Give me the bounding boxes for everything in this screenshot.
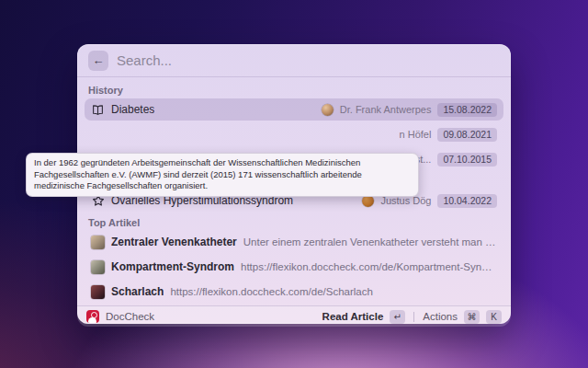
back-button[interactable]: ← <box>88 51 108 71</box>
article-title: Scharlach <box>111 285 164 298</box>
article-item-scharlach[interactable]: Scharlach https://flexikon.doccheck.com/… <box>85 281 503 303</box>
section-history: History <box>88 85 500 96</box>
search-input[interactable] <box>117 52 500 68</box>
enter-key-icon: ↵ <box>390 310 405 324</box>
book-icon <box>91 104 105 116</box>
tooltip: In der 1962 gegründeten Arbeitsgemeinsch… <box>26 153 419 197</box>
footer-bar: DocCheck Read Article ↵ Actions ⌘ K <box>77 305 511 327</box>
article-thumbnail <box>91 260 105 274</box>
doccheck-logo-icon <box>86 310 99 323</box>
read-article-action[interactable]: Read Article <box>322 311 384 322</box>
article-url: https://flexikon.doccheck.com/de/Kompart… <box>241 261 497 272</box>
date-badge: 10.04.2022 <box>437 194 497 208</box>
actions-menu-button[interactable]: Actions <box>423 311 458 322</box>
article-item-venenkatheter[interactable]: Zentraler Venenkatheter Unter einem zent… <box>85 231 503 253</box>
article-item-kompartment[interactable]: Kompartment-Syndrom https://flexikon.doc… <box>85 256 503 278</box>
item-author: n Höfel <box>400 129 432 140</box>
cmd-key-icon: ⌘ <box>464 310 480 324</box>
section-top-artikel: Top Artikel <box>88 217 500 228</box>
article-thumbnail <box>91 236 105 249</box>
item-author: Dr. Frank Antwerpes <box>340 104 432 115</box>
k-key-icon: K <box>486 310 502 324</box>
article-thumbnail <box>91 285 105 299</box>
article-description: Unter einem zentralen Venenkatheter vers… <box>243 236 497 247</box>
search-bar: ← <box>77 44 511 77</box>
date-badge: 09.08.2021 <box>437 128 497 142</box>
author-avatar <box>322 104 334 116</box>
results-list: History Diabetes Dr. Frank Antwerpes 15.… <box>77 77 511 305</box>
date-badge: 15.08.2022 <box>437 103 497 117</box>
article-url: https://flexikon.doccheck.com/de/Scharla… <box>170 286 497 297</box>
footer-divider <box>413 312 414 322</box>
history-item-hidden[interactable]: n Höfel 09.08.2021 <box>85 123 503 145</box>
article-title: Kompartment-Syndrom <box>111 260 234 273</box>
item-title: Diabetes <box>111 103 154 116</box>
date-badge: 07.10.2015 <box>437 153 497 167</box>
footer-app-name: DocCheck <box>106 311 154 322</box>
search-window: ← History Diabetes Dr. Frank Antwerpes 1… <box>77 44 511 324</box>
article-title: Zentraler Venenkatheter <box>111 236 237 248</box>
back-arrow-icon: ← <box>93 53 105 67</box>
history-item-diabetes[interactable]: Diabetes Dr. Frank Antwerpes 15.08.2022 <box>85 98 503 121</box>
item-author: Justus Dög <box>380 195 431 206</box>
